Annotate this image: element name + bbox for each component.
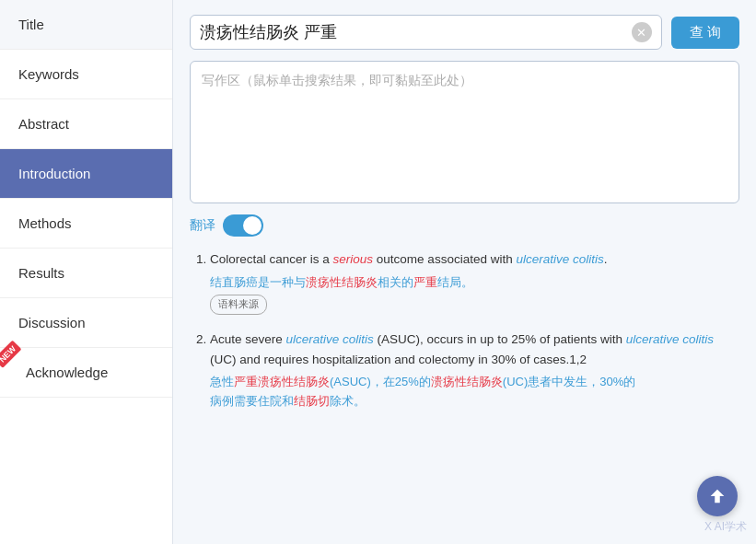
arrow-up-icon bbox=[707, 486, 727, 506]
result-2-list-item: Acute severe ulcerative colitis (ASUC), … bbox=[210, 330, 739, 411]
sidebar-label-acknowledge: Acknowledge bbox=[26, 365, 108, 380]
result-2-zh-highlight2: 溃疡性结肠炎 bbox=[431, 375, 503, 388]
sidebar-item-introduction[interactable]: Introduction bbox=[0, 149, 172, 199]
result-2-en: Acute severe ulcerative colitis (ASUC), … bbox=[210, 330, 739, 369]
sidebar-label-title: Title bbox=[18, 17, 44, 32]
sidebar-item-title[interactable]: Title bbox=[0, 0, 172, 50]
sidebar: Title Keywords Abstract Introduction Met… bbox=[0, 0, 173, 544]
sidebar-item-keywords[interactable]: Keywords bbox=[0, 50, 172, 99]
sidebar-label-methods: Methods bbox=[18, 215, 72, 231]
result-1-en: Colorectal cancer is a serious outcome a… bbox=[210, 249, 739, 270]
result-2-zh: 急性严重溃疡性结肠炎(ASUC)，在25%的溃疡性结肠炎(UC)患者中发生，30… bbox=[210, 373, 739, 411]
result-1-zh: 结直肠癌是一种与溃疡性结肠炎相关的严重结局。 bbox=[210, 273, 739, 293]
sidebar-label-abstract: Abstract bbox=[18, 116, 69, 132]
writing-area-placeholder: 写作区（鼠标单击搜索结果，即可黏贴至此处） bbox=[202, 73, 472, 87]
sidebar-item-methods[interactable]: Methods bbox=[0, 199, 172, 249]
result-2-zh-highlight3: 结肠切 bbox=[294, 394, 330, 408]
results-list: Colorectal cancer is a serious outcome a… bbox=[190, 249, 739, 411]
sidebar-item-results[interactable]: Results bbox=[0, 249, 172, 298]
search-button[interactable]: 查 询 bbox=[671, 17, 739, 49]
translate-label: 翻译 bbox=[190, 217, 215, 234]
search-bar: 溃疡性结肠炎 严重 ✕ 查 询 bbox=[190, 15, 739, 50]
sidebar-item-abstract[interactable]: Abstract bbox=[0, 99, 172, 149]
result-item-2: Acute severe ulcerative colitis (ASUC), … bbox=[190, 330, 739, 411]
watermark: X AI学术 bbox=[704, 519, 747, 535]
result-2-phrase-uc2: ulcerative colitis bbox=[626, 332, 714, 346]
search-input-wrapper: 溃疡性结肠炎 严重 ✕ bbox=[190, 15, 662, 50]
sidebar-label-results: Results bbox=[18, 265, 64, 281]
sidebar-label-keywords: Keywords bbox=[18, 66, 79, 82]
result-1-phrase-uc: ulcerative colitis bbox=[516, 252, 603, 266]
result-1-word-serious: serious bbox=[333, 252, 374, 266]
search-clear-button[interactable]: ✕ bbox=[632, 22, 652, 42]
translate-toggle[interactable] bbox=[223, 214, 263, 237]
main-content: 溃疡性结肠炎 严重 ✕ 查 询 写作区（鼠标单击搜索结果，即可黏贴至此处） 翻译… bbox=[173, 0, 756, 544]
sidebar-label-introduction: Introduction bbox=[18, 166, 90, 181]
result-1-zh-highlight2: 严重 bbox=[413, 275, 437, 289]
result-1-zh-highlight1: 溃疡性结肠炎 bbox=[306, 275, 378, 289]
sidebar-item-discussion[interactable]: Discussion bbox=[0, 298, 172, 348]
sidebar-item-acknowledge[interactable]: Acknowledge bbox=[0, 348, 172, 398]
result-2-phrase-uc1: ulcerative colitis bbox=[286, 332, 374, 346]
sidebar-label-discussion: Discussion bbox=[18, 315, 86, 330]
result-2-zh-highlight1: 严重溃疡性结肠炎 bbox=[234, 375, 330, 388]
scroll-up-button[interactable] bbox=[697, 476, 738, 516]
source-tag-1[interactable]: 语料来源 bbox=[210, 295, 267, 315]
writing-area[interactable]: 写作区（鼠标单击搜索结果，即可黏贴至此处） bbox=[190, 61, 739, 203]
result-1-list-item: Colorectal cancer is a serious outcome a… bbox=[210, 249, 739, 315]
translate-row: 翻译 bbox=[190, 214, 739, 237]
result-item-1: Colorectal cancer is a serious outcome a… bbox=[190, 249, 739, 315]
search-query-text: 溃疡性结肠炎 严重 bbox=[200, 21, 632, 43]
